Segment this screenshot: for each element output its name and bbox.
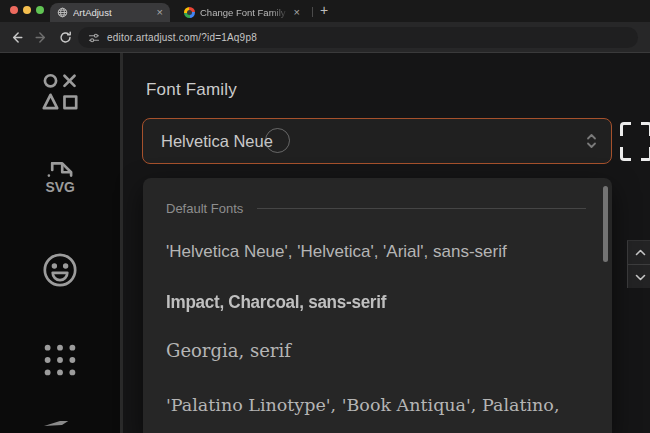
dropdown-group-header: Default Fonts [166, 200, 586, 216]
shapes-tool-button[interactable] [36, 68, 84, 116]
bracket-corner-icon [620, 147, 631, 161]
cursor-click-indicator [265, 128, 290, 153]
shapes-icon [42, 73, 78, 111]
tab-bar: ArtAdjust × Change Font Family Font Siz … [0, 0, 650, 22]
new-tab-button[interactable]: + [320, 2, 328, 18]
group-label: Default Fonts [166, 201, 243, 216]
url-text: editor.artadjust.com/?id=1Aq9p8 [107, 32, 257, 43]
address-bar[interactable]: editor.artadjust.com/?id=1Aq9p8 [78, 27, 638, 48]
stepper-down-button[interactable] [628, 265, 650, 289]
font-family-heading: Font Family [146, 80, 237, 100]
dropdown-scrollbar[interactable] [603, 186, 608, 262]
group-divider-line [257, 208, 586, 209]
stepper-up-button[interactable] [628, 241, 650, 265]
back-button[interactable] [8, 29, 25, 46]
grid-tool-button[interactable] [36, 336, 84, 384]
font-size-stepper [627, 240, 650, 288]
browser-window: ArtAdjust × Change Font Family Font Siz … [0, 0, 650, 433]
forward-button[interactable] [33, 29, 50, 46]
bracket-corner-icon [641, 147, 650, 161]
globe-favicon-icon [57, 7, 68, 18]
svg-file-icon: SVG [43, 160, 77, 200]
bracket-corner-icon [641, 122, 650, 136]
tab-divider [312, 7, 313, 17]
close-tab-icon[interactable]: × [157, 7, 163, 18]
font-option-palatino[interactable]: 'Palatino Linotype', 'Book Antiqua', Pal… [166, 388, 580, 433]
dots-grid-icon [42, 342, 78, 378]
reload-icon [59, 31, 72, 44]
font-option-helvetica[interactable]: 'Helvetica Neue', 'Helvetica', 'Arial', … [166, 242, 507, 262]
browser-toolbar: editor.artadjust.com/?id=1Aq9p8 [0, 22, 650, 53]
reload-button[interactable] [57, 29, 74, 46]
svg-text:SVG: SVG [46, 179, 75, 195]
google-favicon-icon [184, 7, 195, 18]
zoom-window-button[interactable] [36, 6, 44, 14]
tab-title: ArtAdjust [73, 7, 152, 18]
smiley-icon [42, 252, 78, 288]
minimize-window-button[interactable] [23, 6, 31, 14]
font-option-impact[interactable]: Impact, Charcoal, sans-serif [166, 291, 386, 313]
tab-artadjust[interactable]: ArtAdjust × [50, 3, 170, 22]
font-option-georgia[interactable]: Georgia, serif [166, 340, 291, 361]
svg-file-tool-button[interactable]: SVG [36, 156, 84, 204]
bracket-corner-icon [620, 122, 631, 136]
select-chevrons-icon [586, 132, 597, 150]
editor-panel: Font Family Helvetica Neue [123, 53, 650, 433]
cursor-tool-button[interactable] [36, 421, 84, 433]
close-tab-icon[interactable]: × [294, 7, 300, 18]
forward-arrow-icon [35, 31, 48, 44]
close-window-button[interactable] [10, 6, 18, 14]
site-settings-icon [88, 32, 100, 44]
cursor-icon [40, 421, 80, 433]
font-family-value: Helvetica Neue [161, 132, 273, 151]
focus-mode-button[interactable] [620, 122, 650, 161]
font-family-select[interactable]: Helvetica Neue [142, 118, 612, 164]
back-arrow-icon [10, 31, 23, 44]
tab-title: Change Font Family Font Siz [200, 7, 289, 18]
font-family-dropdown: Default Fonts 'Helvetica Neue', 'Helveti… [143, 178, 612, 433]
editor-sidebar: SVG [0, 53, 120, 433]
chevron-down-icon [635, 274, 646, 281]
emoji-tool-button[interactable] [36, 246, 84, 294]
tab-change-font-family[interactable]: Change Font Family Font Siz × [178, 3, 306, 22]
chevron-up-icon [635, 249, 646, 256]
